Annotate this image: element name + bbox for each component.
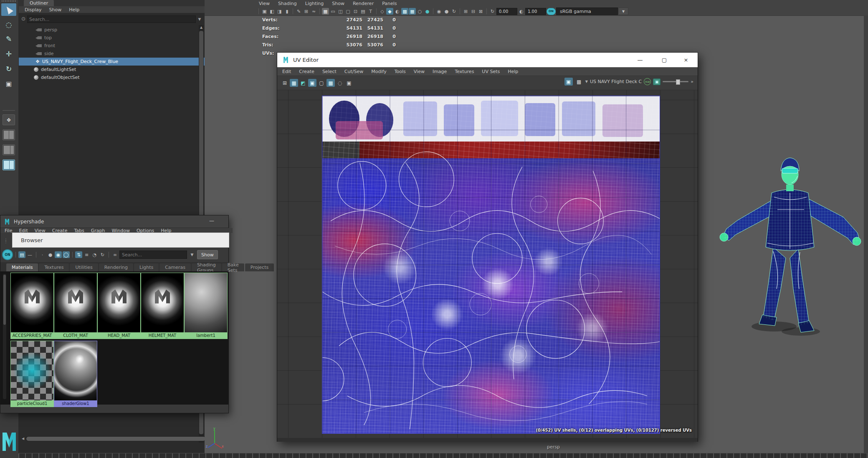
uv-menu-edit[interactable]: Edit [282,69,291,74]
outliner-item-defaultobjectset[interactable]: defaultObjectSet [19,73,217,81]
rotate-tool-button[interactable]: ↻ [1,63,16,75]
field-chart-icon[interactable]: ⊡ [352,8,359,15]
tab-bake-sets[interactable]: Bake Sets [222,263,244,271]
all-lights-icon[interactable]: ◉ [435,8,443,15]
material-accesprries-mat[interactable]: ACCESPRRIES_MAT [11,273,53,339]
viewport-menu-show[interactable]: Show [332,1,344,6]
search-dropdown-icon[interactable]: ▼ [188,251,196,258]
browser-panel-header[interactable]: Browser [12,233,229,248]
hypershade-search-input[interactable] [119,251,187,259]
outliner-item-side[interactable]: side [19,50,217,58]
uv-menu-modify[interactable]: Modify [371,69,386,74]
outliner-menu-help[interactable]: Help [69,7,79,13]
uv-canvas[interactable]: (0/452) UV shells, (0/12) overlapping UV… [277,90,698,438]
wireframe-mode-icon[interactable]: ◇ [379,8,386,15]
material-lambert1[interactable]: lambert1 [185,273,227,339]
camera-lock-icon[interactable]: ◧ [268,8,276,15]
scrollbar-thumb[interactable] [3,275,6,325]
tab-projects[interactable]: Projects [245,263,274,271]
uv-texture-image[interactable] [322,96,660,434]
swatch-size-medium-icon[interactable]: ● [47,251,54,258]
scrollbar-track[interactable] [25,436,210,441]
grease-pencil-icon[interactable]: ≈ [310,8,317,15]
rgb-channels-icon[interactable]: RGB [644,78,651,85]
uv-snapshot-icon[interactable]: ▣ [345,79,353,87]
swatch-scrollbar[interactable] [3,274,6,399]
swatch-size-xlarge-icon[interactable]: ◯ [63,251,70,258]
resolution-gate-icon[interactable]: ◫ [337,8,344,15]
outliner-horizontal-scrollbar[interactable]: ◀ ▶ [20,435,215,442]
texture-dropdown-arrow-icon[interactable]: ▼ [585,80,588,84]
minimize-button[interactable]: — [631,53,649,67]
image-display-icon[interactable]: ▣ [653,78,660,85]
toolbox-drag-dots[interactable] [2,0,17,2]
wireframe-on-shaded-icon[interactable]: ▩ [401,8,408,15]
uv-shell-display-icon[interactable]: ▦ [290,79,298,87]
checker-texture-icon[interactable]: ▩ [575,78,583,86]
scale-tool-button[interactable]: ▣ [1,78,16,90]
swatch-size-small-icon[interactable]: · [39,251,46,258]
outliner-item-front[interactable]: front [19,42,217,50]
search-dropdown-icon[interactable]: ▼ [196,17,203,21]
uv-menu-textures[interactable]: Textures [455,69,474,74]
scroll-up-icon[interactable]: ▲ [199,25,204,30]
hypershade-titlebar[interactable]: Hypershade — [0,215,228,228]
uv-menu-uvsets[interactable]: UV Sets [482,69,500,74]
shadows-icon[interactable]: ● [443,8,450,15]
tab-shading-groups[interactable]: Shading Groups [192,263,221,271]
viewport-menu-panels[interactable]: Panels [382,1,397,6]
tab-materials[interactable]: Materials [6,263,38,271]
outliner-search-input[interactable] [27,15,196,23]
display-image-toggle-icon[interactable]: ▣ [564,78,573,86]
exposure-field[interactable]: 0.00 [496,8,517,15]
layout-outliner-persp-button[interactable] [3,159,15,170]
tab-cameras[interactable]: Cameras [159,263,191,271]
panel-drag-dots[interactable]: ⋮ ⋮ [3,235,9,246]
uv-grid-display-icon[interactable]: ▦ [326,79,335,87]
uv-dim-image-icon[interactable]: ◌ [336,79,344,87]
list-view-icon[interactable]: — [26,251,33,258]
outliner-menu-show[interactable]: Show [49,7,62,13]
camera-attributes-icon[interactable]: ◨ [276,8,283,15]
isolate-select-icon[interactable]: ⊞ [462,8,469,15]
xray-icon[interactable]: ⊟ [470,8,477,15]
image-dim-slider[interactable] [663,81,688,82]
contrast-icon[interactable]: ◐ [518,8,525,15]
layout-four-pane-button[interactable] [3,129,15,140]
camera-icon[interactable]: ▣ [261,8,268,15]
uv-menu-view[interactable]: View [414,69,425,74]
paint-select-tool-button[interactable]: ✎ [1,33,16,45]
expand-toolbar-icon[interactable]: » [691,79,693,84]
time-slider-strip[interactable] [18,453,868,458]
uv-menu-help[interactable]: Help [508,69,518,74]
layout-single-pane-button[interactable]: ❖ [3,114,15,125]
character-model[interactable] [711,147,868,341]
uv-menu-select[interactable]: Select [322,69,337,74]
grid-toggle-icon[interactable]: ▦ [322,8,329,15]
search-filter-icon[interactable]: ⊙ [20,16,27,23]
outliner-item-top[interactable]: top [19,34,217,42]
uv-editor-window[interactable]: UV Editor — ▢ × Edit Create Select Cut/S… [277,52,698,442]
colorspace-dropdown-arrow-icon[interactable]: ▼ [618,8,628,15]
shaded-textured-icon[interactable]: ◐ [394,8,401,15]
xray-joints-icon[interactable]: ⊠ [477,8,484,15]
minimize-icon[interactable]: — [208,218,216,224]
texture-selector-label[interactable]: US NAVY Flight Deck C [590,79,642,84]
pan-zoom-icon[interactable]: ⊞ [303,8,310,15]
colorspace-dropdown[interactable]: sRGB gamma [556,8,618,15]
tab-textures[interactable]: Textures [39,263,69,271]
show-button[interactable]: Show [197,250,218,259]
gate-mask-icon[interactable]: ▢ [344,8,352,15]
gamma-field[interactable]: 1.00 [525,8,546,15]
hypershade-window[interactable]: Hypershade — File Edit View Create Tabs … [0,215,229,413]
layout-two-pane-button[interactable] [3,144,15,155]
uv-menu-tools[interactable]: Tools [395,69,406,74]
slider-knob[interactable] [676,79,680,85]
outliner-tab[interactable]: Outliner [24,0,54,6]
outliner-item-selected-mesh[interactable]: ❖ US_NAVY_Flight_Deck_Crew_Blue [19,58,217,66]
outliner-item-persp[interactable]: persp [19,26,217,34]
uv-border-display-icon[interactable]: ▣ [308,79,316,87]
tab-rendering[interactable]: Rendering [99,263,133,271]
tab-utilities[interactable]: Utilities [70,263,98,271]
viewport-menu-view[interactable]: View [259,1,270,6]
